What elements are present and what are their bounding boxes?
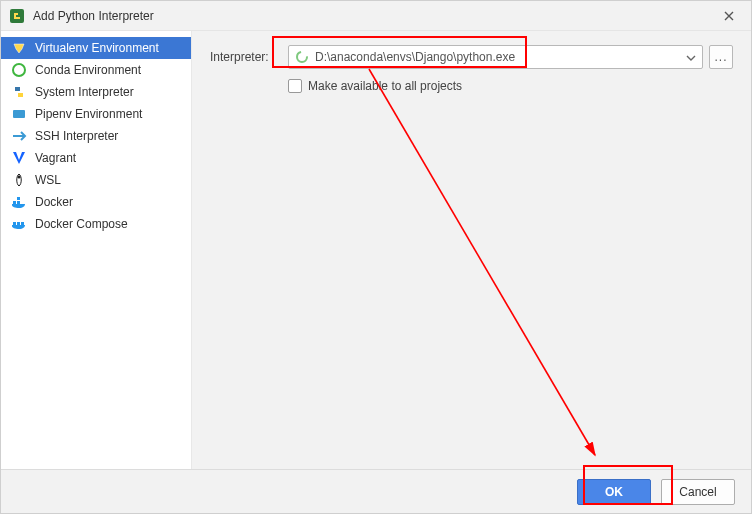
- ssh-icon: [11, 128, 27, 144]
- form-panel: Interpreter: D:\anaconda\envs\Django\pyt…: [192, 31, 751, 469]
- sidebar-item-pipenv[interactable]: Pipenv Environment: [1, 103, 191, 125]
- sidebar-item-label: Virtualenv Environment: [35, 41, 159, 55]
- sidebar-item-conda[interactable]: Conda Environment: [1, 59, 191, 81]
- window-title: Add Python Interpreter: [33, 9, 715, 23]
- svg-point-10: [297, 52, 307, 62]
- sidebar-item-system[interactable]: System Interpreter: [1, 81, 191, 103]
- docker-icon: [11, 194, 27, 210]
- sidebar-item-label: System Interpreter: [35, 85, 134, 99]
- vagrant-icon: [11, 150, 27, 166]
- interpreter-label: Interpreter:: [210, 50, 278, 64]
- sidebar-item-docker[interactable]: Docker: [1, 191, 191, 213]
- svg-rect-2: [13, 110, 25, 118]
- conda-icon: [11, 62, 27, 78]
- sidebar-item-virtualenv[interactable]: Virtualenv Environment: [1, 37, 191, 59]
- svg-rect-7: [13, 222, 16, 225]
- python-app-icon: [9, 8, 25, 24]
- sidebar-item-label: Pipenv Environment: [35, 107, 142, 121]
- chevron-down-icon: [686, 50, 696, 64]
- svg-rect-8: [17, 222, 20, 225]
- sidebar-item-vagrant[interactable]: Vagrant: [1, 147, 191, 169]
- interpreter-value: D:\anaconda\envs\Django\python.exe: [315, 50, 515, 64]
- svg-rect-0: [10, 9, 24, 23]
- make-available-row: Make available to all projects: [288, 79, 733, 93]
- dialog-window: Add Python Interpreter Virtualenv Enviro…: [0, 0, 752, 514]
- cancel-button[interactable]: Cancel: [661, 479, 735, 505]
- titlebar: Add Python Interpreter: [1, 1, 751, 31]
- dialog-footer: OK Cancel: [1, 469, 751, 513]
- sidebar-item-label: Conda Environment: [35, 63, 141, 77]
- close-button[interactable]: [715, 6, 743, 26]
- interpreter-row: Interpreter: D:\anaconda\envs\Django\pyt…: [210, 45, 733, 69]
- interpreter-field-wrap: D:\anaconda\envs\Django\python.exe ...: [288, 45, 733, 69]
- sidebar-item-label: Docker: [35, 195, 73, 209]
- ok-button-label: OK: [605, 485, 623, 499]
- sidebar-item-label: Vagrant: [35, 151, 76, 165]
- dialog-body: Virtualenv Environment Conda Environment…: [1, 31, 751, 469]
- svg-rect-4: [13, 201, 16, 204]
- cancel-button-label: Cancel: [679, 485, 716, 499]
- ok-button[interactable]: OK: [577, 479, 651, 505]
- make-available-label: Make available to all projects: [308, 79, 462, 93]
- sidebar-item-docker-compose[interactable]: Docker Compose: [1, 213, 191, 235]
- sidebar-item-label: WSL: [35, 173, 61, 187]
- svg-point-1: [13, 64, 25, 76]
- virtualenv-icon: [11, 40, 27, 56]
- svg-point-3: [18, 176, 21, 179]
- svg-rect-5: [17, 201, 20, 204]
- svg-rect-6: [17, 197, 20, 200]
- wsl-icon: [11, 172, 27, 188]
- pipenv-icon: [11, 106, 27, 122]
- sidebar-item-label: SSH Interpreter: [35, 129, 118, 143]
- close-icon: [724, 11, 734, 21]
- browse-button[interactable]: ...: [709, 45, 733, 69]
- sidebar-item-ssh[interactable]: SSH Interpreter: [1, 125, 191, 147]
- docker-compose-icon: [11, 216, 27, 232]
- svg-rect-9: [21, 222, 24, 225]
- sidebar-item-label: Docker Compose: [35, 217, 128, 231]
- python-icon: [11, 84, 27, 100]
- sidebar-item-wsl[interactable]: WSL: [1, 169, 191, 191]
- interpreter-combobox[interactable]: D:\anaconda\envs\Django\python.exe: [288, 45, 703, 69]
- ellipsis-icon: ...: [714, 50, 727, 64]
- interpreter-type-sidebar: Virtualenv Environment Conda Environment…: [1, 31, 192, 469]
- loading-icon: [295, 50, 309, 64]
- make-available-checkbox[interactable]: [288, 79, 302, 93]
